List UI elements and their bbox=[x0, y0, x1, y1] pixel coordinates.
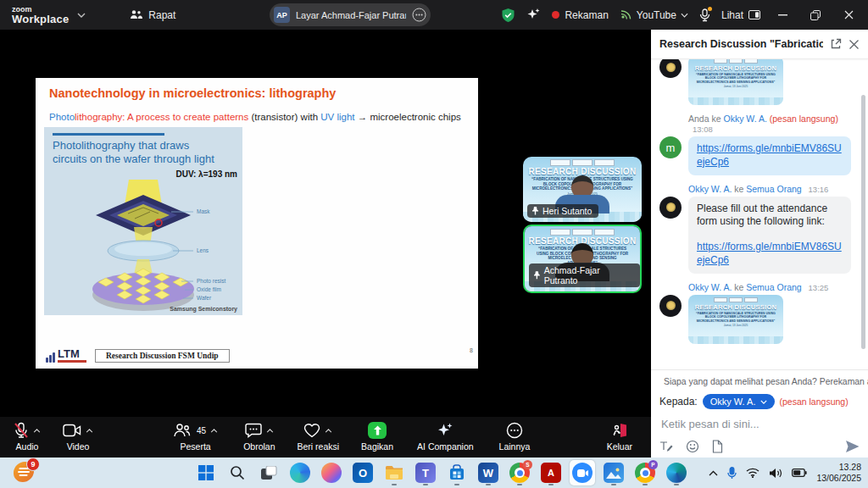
ltm-logo-text: LTM bbox=[58, 349, 86, 359]
chat-image-attachment[interactable]: RESEARCH DISCUSSION “FABRICATION OF NANO… bbox=[688, 59, 783, 105]
ai-companion-icon[interactable] bbox=[526, 8, 541, 22]
pop-out-icon[interactable] bbox=[830, 38, 842, 50]
battery-icon[interactable] bbox=[792, 469, 807, 477]
avatar-logo bbox=[659, 59, 682, 78]
system-tray: 13.28 13/06/2025 bbox=[709, 458, 861, 488]
presentation-slide: Nanotechnology in microelectronics: lith… bbox=[36, 78, 478, 369]
task-view-icon[interactable] bbox=[256, 460, 281, 485]
edge-dev-icon[interactable] bbox=[664, 460, 689, 485]
slide-title: Nanotechnology in microelectronics: lith… bbox=[49, 86, 336, 100]
poster-logos bbox=[714, 59, 758, 64]
start-button[interactable] bbox=[193, 460, 219, 485]
message-link[interactable]: https://forms.gle/mnbiEMV86SUejeCp6 bbox=[697, 241, 842, 266]
tray-date: 13/06/2025 bbox=[816, 473, 861, 484]
chat-scrollbar[interactable] bbox=[861, 95, 865, 349]
hidden-icons-chevron[interactable] bbox=[709, 470, 718, 476]
profile-badge: P bbox=[648, 460, 658, 469]
file-explorer-icon[interactable] bbox=[381, 460, 407, 485]
poster-skyline bbox=[688, 97, 783, 105]
message-link[interactable]: https://forms.gle/mnbiEMV86SUejeCp6 bbox=[697, 142, 842, 168]
chevron-down-icon[interactable] bbox=[77, 13, 86, 18]
zoom-app-icon[interactable] bbox=[570, 460, 595, 485]
more-label: Lainnya bbox=[499, 441, 531, 452]
figure-credit: Samsung Semiconstory bbox=[170, 306, 237, 312]
recording-indicator[interactable]: Rekaman bbox=[552, 9, 608, 21]
participants-icon bbox=[173, 423, 191, 438]
video-tile-heri[interactable]: RESEARCH DISCUSSION “FABRICATION OF NANO… bbox=[523, 157, 642, 222]
minimize-button[interactable] bbox=[771, 0, 793, 30]
chevron-up-icon[interactable] bbox=[86, 429, 93, 433]
audio-button[interactable]: Audio bbox=[14, 422, 41, 452]
edge-icon[interactable] bbox=[287, 460, 313, 485]
chrome-icon[interactable]: S bbox=[507, 460, 532, 485]
microphone-tray-icon[interactable] bbox=[727, 467, 737, 480]
sender-name[interactable]: Okky W. A. bbox=[688, 282, 732, 292]
recipient-name[interactable]: Semua Orang bbox=[746, 282, 801, 292]
share-screen-button[interactable]: Bagikan bbox=[361, 422, 393, 452]
direct-message-tag: (pesan langsung) bbox=[780, 396, 849, 407]
emoji-icon[interactable] bbox=[686, 440, 699, 453]
chat-button[interactable]: Obrolan bbox=[243, 422, 275, 452]
outlook-icon[interactable]: O bbox=[350, 460, 376, 485]
label-lens: Lens bbox=[197, 247, 209, 253]
slide-footer: LTM Research Discussion FSM Undip bbox=[46, 349, 230, 363]
format-text-icon[interactable] bbox=[659, 441, 673, 453]
tab-meeting[interactable]: Rapat bbox=[130, 9, 175, 21]
close-button[interactable] bbox=[837, 0, 860, 30]
view-button[interactable]: Lihat bbox=[721, 9, 760, 21]
sender-name[interactable]: Okky W. A. bbox=[688, 184, 732, 194]
chevron-up-icon[interactable] bbox=[210, 429, 218, 433]
chevron-up-icon[interactable] bbox=[266, 429, 274, 433]
video-tile-achmad[interactable]: RESEARCH DISCUSSION “FABRICATION OF NANO… bbox=[523, 225, 642, 293]
recipient-name[interactable]: Okky W. A. bbox=[723, 114, 766, 124]
word-icon[interactable]: W bbox=[476, 460, 501, 485]
video-button[interactable]: Video bbox=[63, 422, 93, 452]
subtitle-part: (transistor) with bbox=[248, 112, 320, 122]
poster-subtitle: “FABRICATION OF NANOSCALE STRUCTURES USI… bbox=[688, 72, 783, 84]
pin-icon bbox=[531, 207, 539, 215]
recording-dot-icon bbox=[552, 11, 559, 19]
send-icon[interactable] bbox=[845, 440, 860, 453]
reactions-label: Beri reaksi bbox=[297, 441, 339, 452]
chat-input[interactable] bbox=[659, 417, 863, 431]
acrobat-icon[interactable]: A bbox=[538, 460, 564, 485]
livestream-label: YouTube bbox=[637, 9, 676, 21]
leave-label: Keluar bbox=[607, 441, 632, 452]
teams-icon[interactable]: T bbox=[413, 460, 438, 485]
wifi-icon[interactable] bbox=[746, 468, 760, 478]
shared-screen-pill[interactable]: AP Layar Achmad-Fajar Putranto bbox=[270, 3, 431, 26]
audio-settings-icon[interactable] bbox=[699, 8, 710, 22]
chevron-up-icon[interactable] bbox=[33, 429, 41, 433]
more-button[interactable]: Lainnya bbox=[499, 422, 531, 452]
livestream-control[interactable]: YouTube bbox=[620, 9, 688, 21]
notification-app-icon[interactable]: 9 bbox=[14, 462, 36, 484]
ai-companion-button[interactable]: AI Companion bbox=[417, 422, 474, 452]
chevron-up-icon[interactable] bbox=[325, 429, 332, 433]
volume-icon[interactable] bbox=[769, 468, 782, 479]
security-shield-icon[interactable] bbox=[501, 8, 515, 23]
recipient-name[interactable]: Semua Orang bbox=[746, 184, 801, 194]
chrome-profile-icon[interactable]: P bbox=[632, 460, 658, 485]
subtitle-part: Photo bbox=[49, 112, 75, 122]
restore-button[interactable] bbox=[804, 0, 826, 30]
microsoft-store-icon[interactable] bbox=[444, 460, 470, 485]
figure-heading-line2: circuits on the wafer through light bbox=[53, 152, 214, 166]
recipient-dropdown[interactable]: Okky W. A. bbox=[703, 394, 775, 409]
photos-icon[interactable] bbox=[601, 460, 626, 485]
composer-toolbar bbox=[659, 440, 860, 453]
clock[interactable]: 13.28 13/06/2025 bbox=[816, 462, 861, 484]
reactions-button[interactable]: Beri reaksi bbox=[297, 422, 339, 452]
file-icon[interactable] bbox=[712, 440, 723, 453]
chat-image-attachment[interactable]: RESEARCH DISCUSSION “FABRICATION OF NANO… bbox=[688, 295, 783, 344]
camera-icon bbox=[63, 424, 81, 437]
copilot-icon[interactable] bbox=[319, 460, 344, 485]
more-options-icon[interactable] bbox=[412, 8, 426, 22]
search-icon[interactable] bbox=[225, 460, 250, 485]
profile-badge: S bbox=[523, 460, 532, 469]
privacy-note-text: Siapa yang dapat melihat pesan Anda? Per… bbox=[664, 377, 868, 386]
participants-button[interactable]: 45 Peserta bbox=[173, 422, 218, 452]
close-chat-icon[interactable] bbox=[849, 39, 860, 50]
share-icon bbox=[368, 422, 387, 439]
subtitle-part: → microelectronic chips bbox=[355, 112, 461, 122]
leave-button[interactable]: Keluar bbox=[607, 422, 632, 452]
